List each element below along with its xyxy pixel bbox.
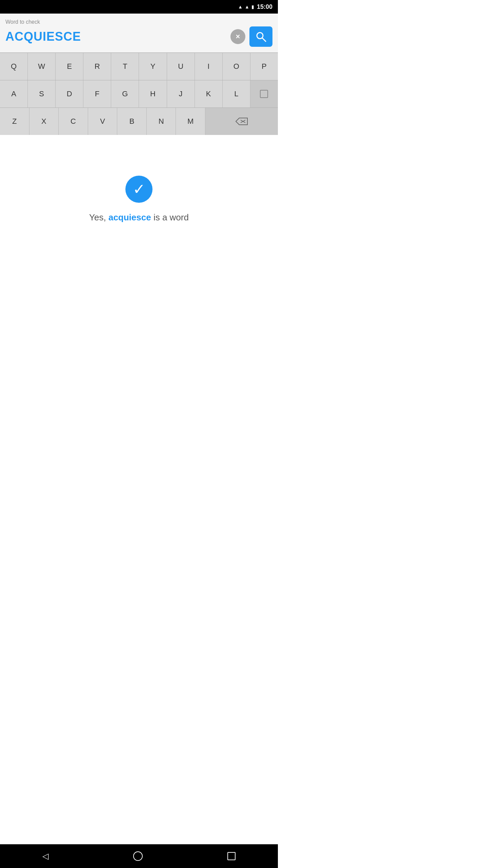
key-j[interactable]: J [167, 80, 195, 107]
search-button[interactable] [249, 26, 272, 47]
search-row: × [5, 26, 272, 47]
search-icon [256, 31, 266, 42]
key-s[interactable]: S [28, 80, 56, 107]
key-a[interactable]: A [0, 80, 28, 107]
result-checkmark-circle: ✓ [125, 176, 152, 203]
key-y[interactable]: Y [139, 53, 167, 80]
clear-button[interactable]: × [230, 29, 245, 44]
result-text: Yes, acquiesce is a word [89, 212, 189, 223]
checkmark-icon: ✓ [133, 182, 145, 197]
key-z[interactable]: Z [0, 108, 29, 135]
keyboard-row-1: Q W E R T Y U I O P [0, 53, 278, 80]
result-area: ✓ Yes, acquiesce is a word [0, 135, 278, 243]
key-n[interactable]: N [147, 108, 176, 135]
word-input[interactable] [5, 29, 226, 44]
key-x[interactable]: X [29, 108, 59, 135]
key-v[interactable]: V [88, 108, 118, 135]
key-t[interactable]: T [111, 53, 139, 80]
status-bar: ▲ ▲ ▮ 15:00 [0, 0, 278, 14]
svg-marker-3 [236, 118, 247, 125]
status-icons: ▲ ▲ ▮ [238, 4, 254, 9]
key-b[interactable]: B [117, 108, 147, 135]
key-o[interactable]: O [223, 53, 250, 80]
svg-line-1 [262, 38, 266, 41]
key-l[interactable]: L [223, 80, 250, 107]
result-prefix: Yes, [89, 212, 108, 222]
battery-icon: ▮ [251, 4, 254, 9]
key-d[interactable]: D [56, 80, 83, 107]
key-c[interactable]: C [59, 108, 88, 135]
key-u[interactable]: U [167, 53, 195, 80]
backspace-icon [235, 117, 248, 126]
key-backspace[interactable] [205, 108, 278, 135]
keyboard-row-2: A S D F G H J K L [0, 80, 278, 107]
key-g[interactable]: G [111, 80, 139, 107]
status-time: 15:00 [257, 3, 272, 11]
key-symbol[interactable] [250, 80, 278, 107]
keyboard-row-3: Z X C V B N M [0, 107, 278, 135]
key-p[interactable]: P [250, 53, 278, 80]
symbol-icon [259, 89, 269, 99]
result-word: acquiesce [108, 212, 151, 222]
signal-icon: ▲ [245, 4, 249, 9]
key-q[interactable]: Q [0, 53, 28, 80]
result-suffix: is a word [151, 212, 189, 222]
wifi-icon: ▲ [238, 4, 243, 9]
keyboard: Q W E R T Y U I O P A S D F G H J K L Z … [0, 53, 278, 135]
search-header: Word to check × [0, 14, 278, 53]
clear-icon: × [236, 33, 240, 40]
key-r[interactable]: R [83, 53, 111, 80]
key-w[interactable]: W [28, 53, 56, 80]
key-f[interactable]: F [83, 80, 111, 107]
key-i[interactable]: I [195, 53, 223, 80]
word-label: Word to check [5, 19, 272, 25]
key-e[interactable]: E [56, 53, 83, 80]
key-m[interactable]: M [176, 108, 205, 135]
key-h[interactable]: H [139, 80, 167, 107]
svg-rect-2 [260, 90, 268, 98]
key-k[interactable]: K [195, 80, 223, 107]
